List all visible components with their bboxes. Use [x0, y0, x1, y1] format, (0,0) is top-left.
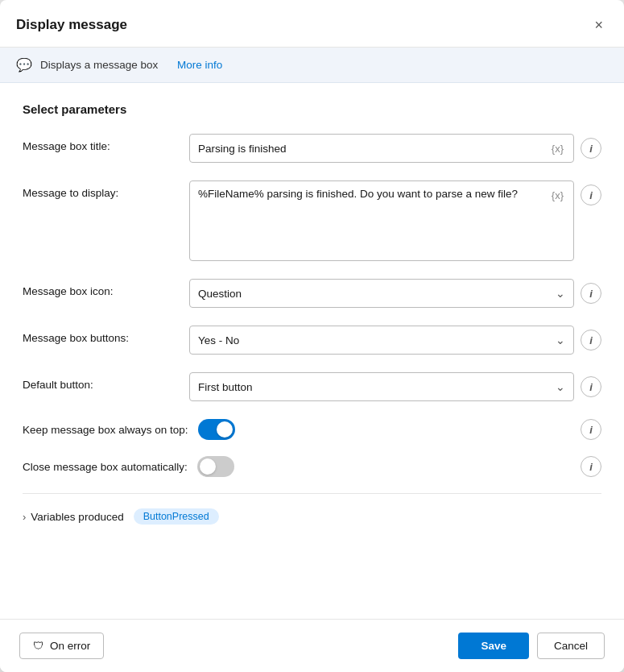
on-error-button[interactable]: 🛡 On error [19, 633, 104, 659]
message-box-icon-label: Message box icon: [23, 279, 180, 297]
close-automatically-toggle[interactable] [197, 456, 234, 477]
close-automatically-toggle-wrap: i [197, 456, 601, 477]
variables-produced-toggle[interactable]: › Variables produced [23, 511, 124, 523]
title-bar: Display message × [0, 0, 624, 48]
close-button[interactable]: × [589, 15, 608, 35]
info-button-keep-on-top[interactable]: i [581, 419, 601, 440]
info-button-icon[interactable]: i [581, 283, 601, 304]
close-automatically-row: Close message box automatically: i [23, 456, 601, 477]
toggle-slider-off [197, 456, 234, 477]
default-button-value: First button [198, 381, 253, 393]
default-button-control: First button ⌄ i [189, 372, 601, 401]
message-box-buttons-row: Message box buttons: Yes - No ⌄ i [23, 326, 601, 355]
divider [23, 493, 601, 494]
message-box-buttons-dropdown[interactable]: Yes - No ⌄ [189, 326, 574, 355]
banner-text: Displays a message box [40, 59, 158, 71]
chevron-right-icon: › [23, 511, 26, 523]
default-button-row: Default button: First button ⌄ i [23, 372, 601, 401]
dialog-title: Display message [16, 17, 127, 33]
chevron-down-icon-2: ⌄ [556, 334, 565, 346]
variables-produced-row: › Variables produced ButtonPressed [23, 508, 601, 525]
section-title: Select parameters [23, 102, 601, 116]
info-button-close-auto[interactable]: i [581, 456, 601, 477]
info-button-default[interactable]: i [581, 376, 601, 397]
message-box-icon-row: Message box icon: Question ⌄ i [23, 279, 601, 308]
var-button-title[interactable]: {x} [550, 143, 565, 155]
on-error-label: On error [50, 640, 90, 652]
info-banner: 💬 Displays a message box More info [0, 48, 624, 83]
cancel-button[interactable]: Cancel [537, 633, 605, 659]
message-box-icon-dropdown[interactable]: Question ⌄ [189, 279, 574, 308]
message-box-title-input-wrap[interactable]: {x} [189, 134, 574, 163]
variables-produced-label: Variables produced [31, 511, 123, 523]
chat-icon: 💬 [16, 57, 32, 73]
info-button-message[interactable]: i [581, 185, 601, 205]
message-to-display-textarea-wrap[interactable]: %FileName% parsing is finished. Do you w… [189, 180, 574, 261]
content-area: Select parameters Message box title: {x}… [0, 83, 624, 619]
message-box-buttons-value: Yes - No [198, 334, 239, 346]
close-automatically-label: Close message box automatically: [23, 461, 188, 473]
message-box-title-input[interactable] [198, 143, 550, 155]
message-to-display-textarea[interactable]: %FileName% parsing is finished. Do you w… [198, 188, 545, 252]
default-button-dropdown[interactable]: First button ⌄ [189, 372, 574, 401]
info-button-buttons[interactable]: i [581, 330, 601, 351]
info-button-title[interactable]: i [581, 138, 601, 159]
message-to-display-row: Message to display: %FileName% parsing i… [23, 180, 601, 261]
save-button[interactable]: Save [458, 633, 529, 659]
message-box-icon-value: Question [198, 288, 242, 300]
message-box-title-label: Message box title: [23, 134, 180, 152]
message-to-display-control: %FileName% parsing is finished. Do you w… [189, 180, 601, 261]
keep-on-top-label: Keep message box always on top: [23, 424, 188, 436]
chevron-down-icon: ⌄ [556, 287, 565, 300]
message-box-icon-control: Question ⌄ i [189, 279, 601, 308]
toggle-slider-on [198, 419, 235, 440]
message-box-title-row: Message box title: {x} i [23, 134, 601, 163]
message-to-display-label: Message to display: [23, 180, 180, 199]
keep-on-top-toggle[interactable] [198, 419, 235, 440]
keep-on-top-row: Keep message box always on top: i [23, 419, 601, 440]
chevron-down-icon-3: ⌄ [556, 380, 565, 393]
display-message-dialog: Display message × 💬 Displays a message b… [0, 0, 624, 672]
var-button-message[interactable]: {x} [550, 189, 565, 201]
button-pressed-badge: ButtonPressed [134, 508, 219, 525]
message-box-buttons-label: Message box buttons: [23, 326, 180, 344]
more-info-link[interactable]: More info [177, 59, 222, 71]
message-box-buttons-control: Yes - No ⌄ i [189, 326, 601, 355]
message-box-title-control: {x} i [189, 134, 601, 163]
keep-on-top-toggle-wrap: i [198, 419, 601, 440]
shield-icon: 🛡 [33, 640, 44, 652]
default-button-label: Default button: [23, 372, 180, 391]
footer: 🛡 On error Save Cancel [0, 619, 624, 672]
footer-right-buttons: Save Cancel [458, 633, 605, 659]
